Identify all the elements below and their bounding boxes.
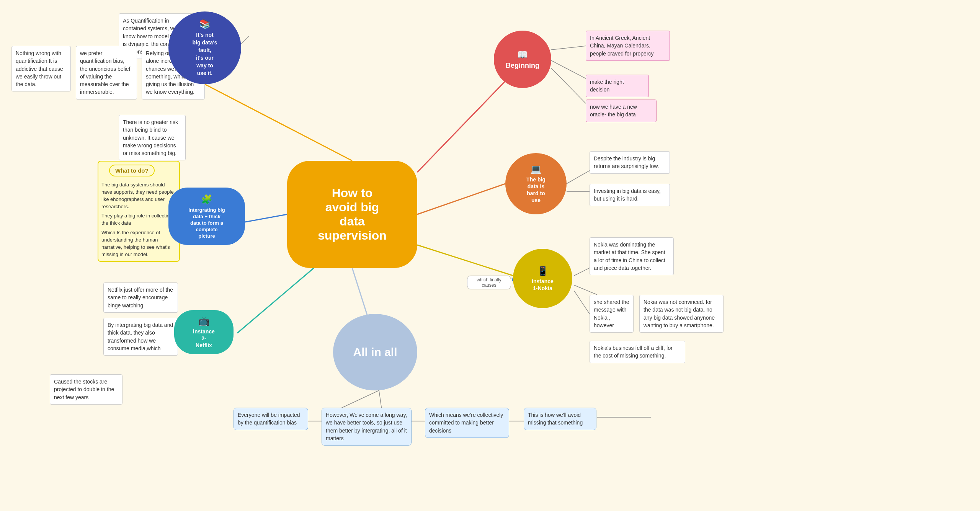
textbox-nothing-wrong: Nothing wrong with quantification.It is … [11, 46, 71, 91]
central-node: How to avoid big data supervision [287, 161, 417, 268]
svg-line-0 [205, 84, 352, 161]
svg-line-11 [551, 46, 586, 50]
textbox-collectively-committed: Which means we're collectively committed… [425, 408, 509, 438]
textbox-avoid-missing: This is how we'll avoid missing that som… [524, 408, 596, 430]
svg-line-4 [417, 184, 505, 214]
what-to-do-heading: What to do? [109, 165, 155, 176]
node-instance1[interactable]: 📱 Instance 1-Nokia [513, 249, 572, 308]
node-all-in-all[interactable]: All in all [333, 314, 417, 390]
intergrating-label: Intergrating big data + thick data to fo… [188, 207, 225, 239]
textbox-netflix-offer: Netfilx just offer more of the same to r… [103, 282, 178, 313]
textbox-investing-easy: Investing in big data is easy, but using… [590, 184, 670, 206]
node-instance2[interactable]: 📺 instance 2- Netflix [174, 310, 234, 354]
beginning-label: Beginning [506, 62, 539, 69]
textbox-nokia-fell: Nokia's business fell off a cliff, for t… [590, 341, 685, 363]
svg-line-5 [417, 245, 513, 276]
phone-icon: 📱 [532, 266, 554, 276]
textbox-new-oracle: now we have a new oracle- the big data [586, 100, 657, 122]
textbox-caused-stocks: Caused the stocks are projected to doubl… [50, 374, 122, 405]
textbox-everyone-impacted: Everyone will be impacted by the quantif… [234, 408, 308, 430]
svg-line-13 [551, 68, 586, 103]
tv-icon: 📺 [193, 316, 215, 327]
mind-map-canvas: How to avoid big data supervision 📚 It's… [0, 0, 980, 511]
node-intergrating[interactable]: 🧩 Intergrating big data + thick data to … [168, 188, 245, 245]
textbox-nokia-not-convinced: Nokia was not convinced. for the data wa… [639, 295, 724, 333]
textbox-prefer-quantification: we prefer quantification bias, the uncon… [76, 46, 137, 100]
textbox-make-right-decision: make the right decision [586, 75, 649, 97]
puzzle-icon: 🧩 [188, 194, 225, 205]
textbox-ancient-greek: In Ancient Greek, Ancient China, Mayan C… [586, 31, 670, 61]
book-stack-icon: 📚 [193, 19, 217, 29]
textbox-by-intergrating: By intergrating big data and thick data,… [103, 318, 178, 356]
not-big-data-label: It's not big data's fault, it's our way … [193, 32, 217, 76]
textbox-long-way: However, We've come a long way, we have … [322, 408, 412, 446]
svg-line-1 [245, 214, 287, 222]
textbox-which-experience: Which Is the experience of understanding… [101, 229, 176, 258]
svg-line-12 [551, 60, 586, 78]
textbox-no-greater-risk: There is no greater risk than being blin… [119, 115, 186, 160]
textbox-big-data-systems: The big data systems should have support… [101, 181, 176, 210]
svg-line-2 [237, 268, 314, 333]
textbox-nokia-dominating: Nokia was dominating the market at that … [590, 237, 674, 275]
badge-which-finally-causes: which finally causes [467, 276, 511, 289]
book-icon: 📖 [506, 49, 539, 60]
big-data-hard-label: The big data is hard to use [526, 176, 546, 203]
textbox-they-play: They play a big role in collecting the t… [101, 212, 176, 227]
textbox-she-shared: she shared the message with Nokia , howe… [590, 295, 634, 333]
computer-icon: 💻 [526, 164, 546, 175]
instance2-label: instance 2- Netflix [193, 328, 215, 348]
all-in-all-label: All in all [353, 346, 397, 359]
instance1-label: Instance 1-Nokia [532, 278, 554, 291]
node-not-big-data[interactable]: 📚 It's not big data's fault, it's our wa… [168, 11, 241, 84]
svg-line-17 [574, 285, 597, 295]
node-big-data-hard[interactable]: 💻 The big data is hard to use [505, 153, 567, 214]
central-label: How to avoid big data supervision [318, 186, 387, 243]
node-beginning[interactable]: 📖 Beginning [494, 31, 551, 88]
textbox-industry-big: Despite the industry is big, returns are… [590, 151, 670, 174]
